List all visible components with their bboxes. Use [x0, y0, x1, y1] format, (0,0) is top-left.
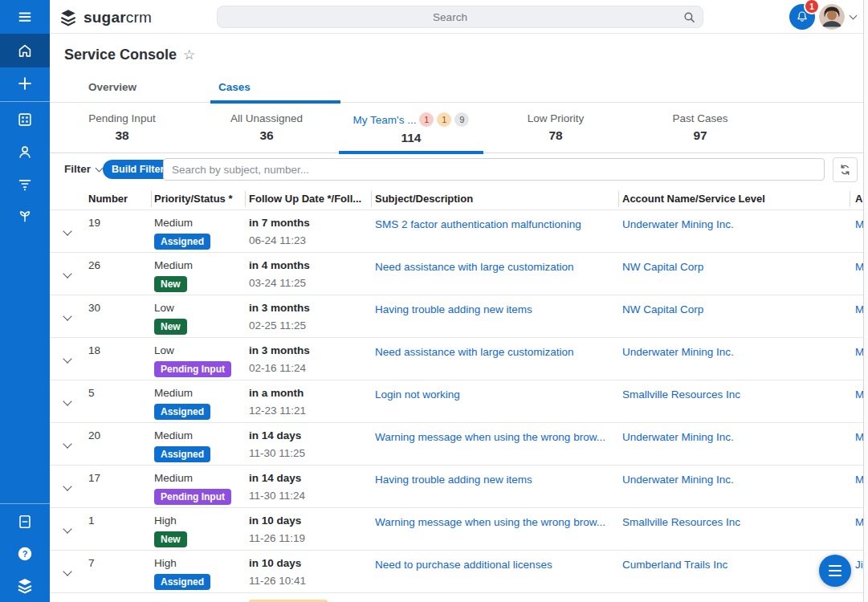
subtab-count: 38 [50, 128, 194, 143]
assigned-user-link[interactable]: Max [855, 388, 863, 401]
tab-overview[interactable]: Overview [80, 76, 210, 103]
follow-up-datetime: 06-24 11:23 [249, 234, 310, 246]
subject-link[interactable]: Need assistance with large customization [375, 261, 574, 273]
assigned-user-link[interactable]: Max [855, 474, 863, 486]
status-badge: Pending Input [154, 489, 231, 505]
expand-chevron-icon[interactable] [63, 354, 71, 363]
assigned-user-link[interactable]: Max [855, 431, 863, 443]
account-link[interactable]: Underwater Mining Inc. [622, 346, 734, 358]
tab-cases[interactable]: Cases [210, 76, 340, 103]
sidebar-item-create[interactable] [0, 67, 50, 100]
priority: Medium [154, 472, 231, 484]
col-number[interactable]: Number [88, 193, 128, 205]
bell-icon [795, 10, 809, 24]
avatar-photo [819, 4, 845, 30]
follow-up-relative: in a month [249, 387, 306, 399]
sidebar-menu-button[interactable] [0, 0, 50, 34]
assigned-user-link[interactable]: Max [855, 261, 863, 273]
sidebar-item-opportunities[interactable] [0, 200, 50, 232]
status-badge: New [154, 276, 187, 292]
sugarcrm-logo[interactable]: sugarcrm [58, 7, 152, 28]
priority: Low [154, 302, 187, 314]
sidebar-item-help[interactable]: ? [0, 538, 50, 570]
follow-up-relative: in 3 months [249, 302, 310, 314]
sla-badge-red: 1 [419, 112, 434, 127]
expand-chevron-icon[interactable] [63, 524, 71, 533]
assigned-user-link[interactable]: Jim [855, 559, 863, 571]
scrollbar-track[interactable] [863, 0, 868, 602]
table-row: 7 HighAssigned in 10 days11-26 10:41 Nee… [50, 551, 863, 593]
table-row: 30 LowNew in 3 months02-25 11:25 Having … [50, 295, 863, 338]
quick-actions-fab[interactable] [819, 555, 851, 587]
subject-link[interactable]: Warning message when using the wrong bro… [375, 516, 605, 528]
subtab-my-teams[interactable]: My Team's ... 1 1 9 114 [339, 104, 483, 153]
filter-dropdown[interactable]: Filter [64, 163, 102, 175]
subtab-all-unassigned[interactable]: All Unassigned 36 [194, 104, 339, 153]
sidebar-item-accounts[interactable] [0, 104, 50, 136]
follow-up-datetime: 11-26 10:41 [249, 575, 306, 587]
table-row: 26 MediumNew in 4 months03-24 11:25 Need… [50, 253, 863, 295]
expand-chevron-icon[interactable] [63, 397, 71, 405]
account-link[interactable]: NW Capital Corp [622, 261, 703, 273]
sidebar-item-leads[interactable] [0, 168, 50, 200]
assigned-user-link[interactable]: Max [855, 346, 863, 358]
expand-chevron-icon[interactable] [63, 269, 71, 278]
expand-chevron-icon[interactable] [63, 567, 71, 576]
global-search-input[interactable] [218, 11, 683, 23]
subject-link[interactable]: SMS 2 factor authentication malfunctioni… [375, 218, 581, 230]
subtab-low-priority[interactable]: Low Priority 78 [483, 104, 628, 153]
search-icon[interactable] [683, 10, 696, 24]
account-link[interactable]: Cumberland Trails Inc [622, 559, 727, 571]
case-list: 19 MediumAssigned in 7 months06-24 11:23… [50, 210, 863, 602]
account-link[interactable]: Underwater Mining Inc. [622, 474, 734, 486]
column-divider [371, 191, 372, 207]
expand-chevron-icon[interactable] [63, 226, 71, 235]
main-sidebar: ? [0, 0, 50, 602]
status-badge: Pending Input [154, 361, 231, 377]
user-avatar[interactable] [819, 4, 845, 30]
subject-link[interactable]: Having trouble adding new items [375, 303, 532, 315]
col-follow-up[interactable]: Follow Up Date */Foll... [249, 193, 361, 205]
subject-link[interactable]: Need assistance with large customization [375, 346, 574, 358]
subtab-count: 97 [628, 128, 772, 143]
subtab-past-cases[interactable]: Past Cases 97 [628, 104, 772, 153]
account-link[interactable]: NW Capital Corp [622, 303, 703, 315]
sidebar-item-home[interactable] [0, 34, 50, 67]
case-number: 20 [88, 429, 100, 441]
col-account[interactable]: Account Name/Service Level [622, 193, 765, 205]
case-search-input[interactable] [163, 158, 825, 181]
priority: Medium [154, 387, 210, 399]
expand-chevron-icon[interactable] [63, 311, 71, 320]
subject-link[interactable]: Warning message when using the wrong bro… [375, 431, 605, 443]
expand-chevron-icon[interactable] [63, 439, 71, 448]
favorite-star-icon[interactable]: ☆ [183, 47, 195, 63]
col-priority-status[interactable]: Priority/Status * [154, 193, 233, 205]
account-link[interactable]: Smallville Resources Inc [622, 516, 740, 528]
col-assigned[interactable]: As [855, 193, 863, 205]
sidebar-item-contacts[interactable] [0, 136, 50, 168]
sla-badge-orange: 1 [437, 112, 451, 127]
col-subject[interactable]: Subject/Description [375, 193, 473, 205]
fab-menu-icon [829, 565, 842, 567]
account-link[interactable]: Smallville Resources Inc [622, 388, 740, 401]
assigned-user-link[interactable]: Max [855, 516, 863, 528]
sidebar-item-sugarcrm[interactable] [0, 570, 50, 602]
column-divider [151, 191, 152, 207]
refresh-button[interactable] [833, 157, 858, 182]
account-link[interactable]: Underwater Mining Inc. [622, 431, 734, 443]
document-icon [16, 513, 34, 531]
table-row: 17 MediumPending Input in 14 days11-30 1… [50, 466, 863, 508]
subject-link[interactable]: Need to purchase additional licenses [375, 559, 552, 571]
account-link[interactable]: Underwater Mining Inc. [622, 218, 734, 230]
assigned-user-link[interactable]: Max [855, 303, 863, 315]
subject-link[interactable]: Having trouble adding new items [375, 474, 532, 486]
follow-up-relative: in 3 months [249, 344, 310, 356]
subtab-pending-input[interactable]: Pending Input 38 [50, 104, 194, 153]
profile-caret-icon[interactable] [850, 12, 858, 20]
assigned-user-link[interactable]: Max [855, 218, 863, 230]
sidebar-item-documents[interactable] [0, 506, 50, 538]
subject-link[interactable]: Login not working [375, 388, 460, 401]
follow-up-relative: in 14 days [249, 472, 305, 484]
expand-chevron-icon[interactable] [63, 482, 71, 490]
priority: High [154, 515, 187, 527]
